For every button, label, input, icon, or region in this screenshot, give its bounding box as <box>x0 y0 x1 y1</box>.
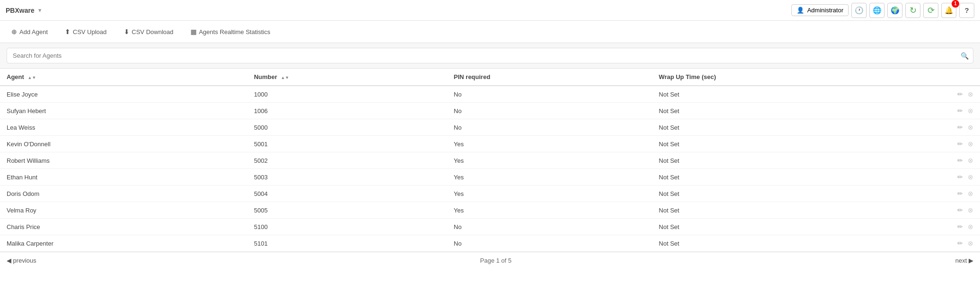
table-header-row: Agent ▲▼ Number ▲▼ PIN required Wrap Up … <box>0 69 980 86</box>
agents-stats-button[interactable]: ▦ Agents Realtime Statistics <box>186 26 275 38</box>
search-icon: 🔍 <box>961 52 969 60</box>
cell-wrap-up-time: Not Set <box>652 136 942 152</box>
delete-icon[interactable]: ⊗ <box>968 90 973 98</box>
edit-icon[interactable]: ✏ <box>957 140 963 148</box>
edit-icon[interactable]: ✏ <box>957 239 963 247</box>
cell-agent: Ethan Hunt <box>0 169 247 186</box>
previous-link[interactable]: ◀ previous <box>7 257 36 264</box>
table-row: Charis Price 5100 No Not Set ✏ ⊗ <box>0 219 980 235</box>
number-sort-arrows[interactable]: ▲▼ <box>281 76 289 80</box>
col-wrap-up-time: Wrap Up Time (sec) <box>652 69 942 86</box>
refresh-green-btn[interactable]: ↻ <box>905 3 920 18</box>
cell-actions: ✏ ⊗ <box>942 86 980 103</box>
pagination: ◀ previous Page 1 of 5 next ▶ <box>0 252 980 269</box>
cell-wrap-up-time: Not Set <box>652 103 942 119</box>
delete-icon[interactable]: ⊗ <box>968 140 973 148</box>
delete-icon[interactable]: ⊗ <box>968 124 973 131</box>
add-icon: ⊕ <box>11 28 17 35</box>
delete-icon[interactable]: ⊗ <box>968 206 973 214</box>
toolbar: ⊕ Add Agent ⬆ CSV Upload ⬇ CSV Download … <box>0 21 980 43</box>
cell-number: 1000 <box>247 86 447 103</box>
cell-number: 5005 <box>247 202 447 219</box>
table-row: Sufyan Hebert 1006 No Not Set ✏ ⊗ <box>0 103 980 119</box>
agents-table: Agent ▲▼ Number ▲▼ PIN required Wrap Up … <box>0 69 980 252</box>
cell-pin-required: Yes <box>447 202 652 219</box>
question-globe-icon-btn[interactable]: 🌍 <box>887 3 902 18</box>
search-input[interactable] <box>7 48 973 63</box>
add-agent-label: Add Agent <box>19 28 48 35</box>
cell-actions: ✏ ⊗ <box>942 136 980 152</box>
cell-agent: Malika Carpenter <box>0 235 247 252</box>
edit-icon[interactable]: ✏ <box>957 190 963 197</box>
app-title: PBXware <box>6 7 35 14</box>
col-number: Number ▲▼ <box>247 69 447 86</box>
search-area: 🔍 <box>0 43 980 69</box>
table-row: Robert Williams 5002 Yes Not Set ✏ ⊗ <box>0 152 980 169</box>
edit-icon[interactable]: ✏ <box>957 206 963 214</box>
table-row: Doris Odom 5004 Yes Not Set ✏ ⊗ <box>0 186 980 202</box>
cell-number: 5100 <box>247 219 447 235</box>
cell-pin-required: Yes <box>447 186 652 202</box>
edit-icon[interactable]: ✏ <box>957 124 963 131</box>
edit-icon[interactable]: ✏ <box>957 157 963 164</box>
cell-number: 5004 <box>247 186 447 202</box>
table-body: Elise Joyce 1000 No Not Set ✏ ⊗ Sufyan H… <box>0 86 980 252</box>
cell-wrap-up-time: Not Set <box>652 186 942 202</box>
admin-label: Administrator <box>807 7 843 14</box>
cell-actions: ✏ ⊗ <box>942 152 980 169</box>
download-icon: ⬇ <box>124 28 130 35</box>
edit-icon[interactable]: ✏ <box>957 223 963 230</box>
col-agent-label: Agent <box>7 73 24 80</box>
app-dropdown-arrow[interactable]: ▾ <box>38 7 42 14</box>
help-btn[interactable]: ? <box>959 3 974 18</box>
cell-agent: Elise Joyce <box>0 86 247 103</box>
cell-wrap-up-time: Not Set <box>652 169 942 186</box>
cell-number: 5101 <box>247 235 447 252</box>
admin-button[interactable]: 👤 Administrator <box>791 4 849 16</box>
delete-icon[interactable]: ⊗ <box>968 223 973 230</box>
cell-pin-required: No <box>447 103 652 119</box>
delete-icon[interactable]: ⊗ <box>968 190 973 197</box>
table-row: Ethan Hunt 5003 Yes Not Set ✏ ⊗ <box>0 169 980 186</box>
add-agent-button[interactable]: ⊕ Add Agent <box>7 26 52 38</box>
edit-icon[interactable]: ✏ <box>957 90 963 98</box>
edit-icon[interactable]: ✏ <box>957 107 963 115</box>
delete-icon[interactable]: ⊗ <box>968 107 973 115</box>
table-row: Lea Weiss 5000 No Not Set ✏ ⊗ <box>0 119 980 136</box>
next-link[interactable]: next ▶ <box>955 257 973 264</box>
page-info: Page 1 of 5 <box>480 257 512 264</box>
edit-icon[interactable]: ✏ <box>957 173 963 181</box>
cell-pin-required: Yes <box>447 136 652 152</box>
csv-upload-label: CSV Upload <box>73 28 107 35</box>
col-actions <box>942 69 980 86</box>
cell-wrap-up-time: Not Set <box>652 119 942 136</box>
cell-actions: ✏ ⊗ <box>942 103 980 119</box>
table-row: Malika Carpenter 5101 No Not Set ✏ ⊗ <box>0 235 980 252</box>
cell-number: 1006 <box>247 103 447 119</box>
top-bar: PBXware ▾ 👤 Administrator 🕐 🌐 🌍 ↻ ⟳ 🔔 1 … <box>0 0 980 21</box>
delete-icon[interactable]: ⊗ <box>968 173 973 181</box>
agent-sort-arrows[interactable]: ▲▼ <box>27 76 36 80</box>
col-pin-required: PIN required <box>447 69 652 86</box>
delete-icon[interactable]: ⊗ <box>968 239 973 247</box>
agents-table-wrap: Agent ▲▼ Number ▲▼ PIN required Wrap Up … <box>0 69 980 252</box>
agents-stats-label: Agents Realtime Statistics <box>199 28 270 35</box>
cell-pin-required: No <box>447 119 652 136</box>
cell-agent: Sufyan Hebert <box>0 103 247 119</box>
cell-actions: ✏ ⊗ <box>942 169 980 186</box>
cell-agent: Velma Roy <box>0 202 247 219</box>
cell-pin-required: No <box>447 86 652 103</box>
cell-agent: Kevin O'Donnell <box>0 136 247 152</box>
clock-icon-btn[interactable]: 🕐 <box>851 3 867 18</box>
sync-green-btn[interactable]: ⟳ <box>923 3 938 18</box>
notification-badge: 1 <box>952 0 959 8</box>
table-row: Kevin O'Donnell 5001 Yes Not Set ✏ ⊗ <box>0 136 980 152</box>
cell-agent: Lea Weiss <box>0 119 247 136</box>
csv-download-button[interactable]: ⬇ CSV Download <box>119 26 178 38</box>
admin-icon: 👤 <box>797 7 804 14</box>
globe-icon-btn[interactable]: 🌐 <box>869 3 885 18</box>
csv-upload-button[interactable]: ⬆ CSV Upload <box>60 26 112 38</box>
cell-agent: Doris Odom <box>0 186 247 202</box>
delete-icon[interactable]: ⊗ <box>968 157 973 164</box>
cell-actions: ✏ ⊗ <box>942 186 980 202</box>
